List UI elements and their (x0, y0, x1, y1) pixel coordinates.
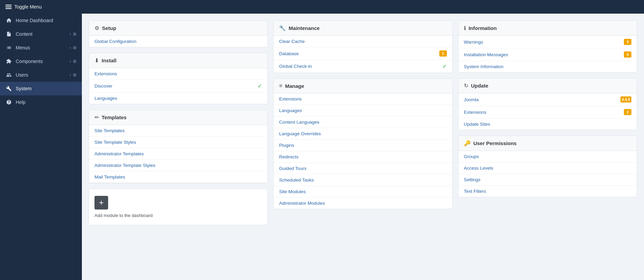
content-languages-link[interactable]: Content Languages (279, 120, 319, 125)
grid-icon: ⊞ (73, 45, 76, 50)
templates-card: ✏ Templates Site Templates Site Template… (89, 110, 268, 183)
card-link-row: Redirects (274, 151, 452, 163)
list-icon (5, 44, 12, 51)
card-link-row: Global Configuration (89, 36, 267, 47)
card-link-row: Languages (274, 105, 452, 116)
svg-rect-0 (5, 5, 12, 5)
maintenance-title: Maintenance (289, 25, 320, 31)
card-link-row: Groups (458, 151, 637, 162)
sidebar-item-menus[interactable]: Menus › ⊞ (0, 41, 82, 55)
sidebar-item-home-dashboard[interactable]: Home Dashboard (0, 14, 82, 27)
extensions-update-badge: 2 (624, 109, 631, 115)
discover-link[interactable]: Discover (94, 83, 113, 89)
site-template-styles-link[interactable]: Site Template Styles (94, 140, 136, 145)
manage-title: Manage (285, 83, 304, 89)
extensions-install-link[interactable]: Extensions (94, 71, 117, 76)
mail-templates-link[interactable]: Mail Templates (94, 174, 125, 180)
extensions-manage-link[interactable]: Extensions (279, 96, 302, 102)
card-link-row: Joomla 4.4.9 (458, 93, 637, 106)
sidebar-item-content[interactable]: Content › ⊞ (0, 27, 82, 41)
sidebar-item-label: Help (16, 99, 76, 105)
card-link-row: Languages (89, 93, 267, 104)
clear-cache-link[interactable]: Clear Cache (279, 39, 305, 44)
settings-link[interactable]: Settings (464, 177, 481, 182)
templates-header: ✏ Templates (89, 110, 267, 125)
maintenance-card: 🔧 Maintenance Clear Cache Database 1 Glo… (273, 20, 452, 73)
manage-card: ≡ Manage Extensions Languages Content La… (273, 78, 452, 209)
scheduled-tasks-link[interactable]: Scheduled Tasks (279, 177, 314, 183)
sidebar-item-label: System (16, 86, 76, 91)
card-link-row: Site Modules (274, 186, 452, 198)
languages-install-link[interactable]: Languages (94, 96, 117, 101)
user-permissions-header: 🔑 User Permissions (458, 136, 637, 151)
card-link-row: Global Check-in ✓ (274, 60, 452, 73)
sidebar-item-label: Content (16, 31, 66, 37)
install-card: ⬇ Install Extensions Discover ✓ Language… (89, 53, 268, 104)
users-icon (5, 72, 12, 78)
arrow-icon: › (70, 45, 71, 50)
install-header: ⬇ Install (89, 53, 267, 68)
update-sites-link[interactable]: Update Sites (464, 122, 490, 127)
card-link-row: Mail Templates (89, 171, 267, 183)
card-link-row: Administrator Template Styles (89, 160, 267, 171)
database-link[interactable]: Database (279, 51, 299, 56)
global-configuration-link[interactable]: Global Configuration (94, 39, 136, 44)
system-information-link[interactable]: System Information (464, 64, 503, 69)
language-overrides-link[interactable]: Language Overrides (279, 131, 321, 136)
sidebar-item-system[interactable]: System (0, 82, 82, 95)
sidebar-item-components[interactable]: Components › ⊞ (0, 55, 82, 68)
groups-link[interactable]: Groups (464, 154, 479, 159)
toggle-menu-label: Toggle Menu (14, 4, 42, 10)
administrator-templates-link[interactable]: Administrator Templates (94, 151, 144, 156)
templates-icon: ✏ (94, 114, 99, 121)
install-title: Install (102, 58, 116, 63)
card-link-row: Guided Tours (274, 163, 452, 174)
administrator-modules-link[interactable]: Administrator Modules (279, 201, 325, 206)
file-icon (5, 31, 12, 37)
installation-messages-link[interactable]: Installation Messages (464, 52, 508, 57)
user-permissions-card: 🔑 User Permissions Groups Access Levels … (458, 136, 637, 197)
check-icon: ✓ (442, 63, 447, 69)
add-module-button[interactable]: + (94, 196, 108, 209)
administrator-template-styles-link[interactable]: Administrator Template Styles (94, 163, 155, 168)
arrow-icon: › (70, 32, 71, 36)
user-permissions-title: User Permissions (473, 140, 517, 146)
grid-icon: ⊞ (73, 73, 76, 77)
sidebar-item-users[interactable]: Users › ⊞ (0, 68, 82, 82)
update-card: ↻ Update Joomla 4.4.9 Extensions 2 Updat… (458, 78, 637, 130)
right-column: ℹ Information Warnings 3 Installation Me… (458, 20, 637, 225)
card-link-row: Administrator Templates (89, 148, 267, 160)
plugins-link[interactable]: Plugins (279, 143, 294, 148)
site-templates-link[interactable]: Site Templates (94, 128, 125, 133)
svg-rect-1 (5, 6, 12, 7)
check-icon: ✓ (258, 83, 262, 89)
guided-tours-link[interactable]: Guided Tours (279, 166, 306, 171)
update-header: ↻ Update (458, 78, 637, 93)
languages-manage-link[interactable]: Languages (279, 108, 302, 113)
joomla-update-link[interactable]: Joomla (464, 97, 479, 102)
setup-card: ⚙ Setup Global Configuration (89, 20, 268, 47)
card-link-row: Access Levels (458, 162, 637, 174)
arrow-icon: › (70, 73, 71, 77)
maintenance-icon: 🔧 (279, 25, 286, 31)
sidebar-item-help[interactable]: Help (0, 95, 82, 109)
redirects-link[interactable]: Redirects (279, 154, 298, 159)
dashboard-grid: ⚙ Setup Global Configuration ⬇ Install E… (89, 20, 637, 225)
gear-icon: ⚙ (94, 25, 99, 31)
toggle-menu-button[interactable]: Toggle Menu (5, 4, 42, 10)
update-icon: ↻ (464, 82, 468, 89)
installation-messages-badge: 4 (624, 51, 631, 58)
extensions-update-link[interactable]: Extensions (464, 110, 486, 115)
text-filters-link[interactable]: Text Filters (464, 189, 486, 194)
information-title: Information (469, 25, 497, 31)
sidebar-item-label: Home Dashboard (16, 18, 76, 23)
templates-title: Templates (102, 114, 127, 120)
install-icon: ⬇ (94, 57, 99, 64)
site-modules-link[interactable]: Site Modules (279, 189, 306, 194)
sidebar-item-label: Users (16, 72, 66, 78)
card-link-row: Site Template Styles (89, 137, 267, 148)
warnings-link[interactable]: Warnings (464, 40, 483, 45)
components-icon (5, 58, 12, 65)
global-checkin-link[interactable]: Global Check-in (279, 64, 312, 69)
access-levels-link[interactable]: Access Levels (464, 166, 493, 171)
